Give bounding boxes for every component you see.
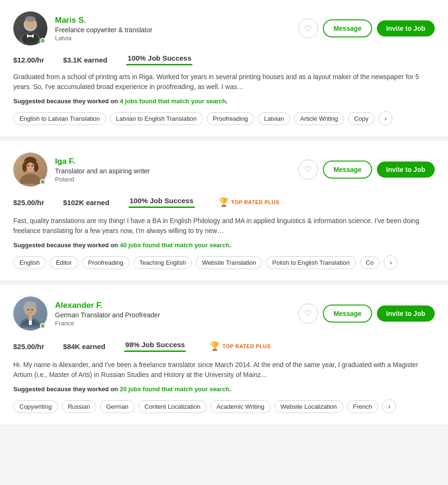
invite-button[interactable]: Invite to Job <box>377 20 435 36</box>
job-success-bar <box>126 64 192 65</box>
suggested-text: Suggested because they worked on 40 jobs… <box>13 242 435 249</box>
svg-rect-19 <box>28 316 32 320</box>
rate-value: $25.00/hr <box>13 342 44 350</box>
top-rated-label: TOP RATED PLUS <box>222 343 271 349</box>
skills-row: English to Latvian Translation Latvian t… <box>13 111 435 126</box>
card-actions: ♡ Message Invite to Job <box>298 18 435 38</box>
earned-value: $3.1K earned <box>63 56 107 64</box>
suggested-jobs-link[interactable]: 20 jobs found that match your search <box>120 386 229 393</box>
skill-tag[interactable]: French <box>347 400 378 413</box>
top-rated-badge: 🏆 TOP RATED PLUS <box>214 195 284 209</box>
skills-more-arrow[interactable]: › <box>378 111 393 126</box>
message-button[interactable]: Message <box>323 305 372 323</box>
favorite-button[interactable]: ♡ <box>298 160 318 180</box>
profile-title: Translator and an aspiring writer <box>55 167 298 175</box>
profile-name[interactable]: Iga F. <box>55 157 298 166</box>
profile-name[interactable]: Maris S. <box>55 16 298 25</box>
freelancer-card-alexander: Alexander F. German Translator and Proof… <box>0 285 448 425</box>
svg-point-14 <box>27 165 29 167</box>
job-success-value: 100% Job Success <box>128 54 191 62</box>
invite-button[interactable]: Invite to Job <box>377 162 435 178</box>
skill-tag[interactable]: Website Localization <box>274 400 343 413</box>
svg-point-11 <box>22 162 27 172</box>
freelancer-card-iga: Iga F. Translator and an aspiring writer… <box>0 141 448 281</box>
svg-point-22 <box>23 305 27 311</box>
suggested-jobs-link[interactable]: 4 jobs found that match your search <box>120 98 226 105</box>
profile-info: Alexander F. German Translator and Proof… <box>55 301 298 327</box>
earned-value: $84K earned <box>63 342 105 350</box>
profile-title: Freelance copywriter & translator <box>55 26 298 34</box>
skill-tag[interactable]: Academic Writing <box>210 400 271 413</box>
job-success-value: 100% Job Success <box>129 197 193 205</box>
earned-stat: $3.1K earned <box>63 56 107 64</box>
skill-tag[interactable]: Russian <box>62 400 96 413</box>
skills-row: English Editor Proofreading Teaching Eng… <box>13 255 435 269</box>
skill-tag[interactable]: Co <box>360 256 380 269</box>
avatar-wrapper <box>13 296 47 331</box>
svg-point-24 <box>31 309 33 311</box>
message-button[interactable]: Message <box>323 161 372 179</box>
skill-tag[interactable]: Latvian to English Translation <box>110 112 203 125</box>
stats-row: $12.00/hr $3.1K earned 100% Job Success <box>13 54 435 65</box>
profile-location: Poland <box>55 176 298 183</box>
skill-tag[interactable]: Proofreading <box>82 256 129 269</box>
card-actions: ♡ Message Invite to Job <box>298 160 435 180</box>
skills-more-arrow[interactable]: › <box>384 255 398 269</box>
profile-location: France <box>55 320 298 327</box>
suggested-text: Suggested because they worked on 20 jobs… <box>13 386 435 393</box>
online-indicator <box>40 179 46 185</box>
card-header: Alexander F. German Translator and Proof… <box>13 296 435 331</box>
skill-tag[interactable]: Copy <box>348 112 375 125</box>
skill-tag[interactable]: Latvian <box>258 112 290 125</box>
skill-tag[interactable]: English <box>13 256 46 269</box>
rate-stat: $25.00/hr <box>13 198 44 207</box>
stats-row: $25.00/hr $102K earned 100% Job Success … <box>13 195 435 209</box>
skill-tag[interactable]: Polish to English Translation <box>266 256 356 269</box>
skills-more-arrow[interactable]: › <box>382 399 396 413</box>
invite-button[interactable]: Invite to Job <box>377 305 435 322</box>
skill-tag[interactable]: Website Translation <box>196 256 262 269</box>
skill-tag[interactable]: Editor <box>50 256 78 269</box>
job-success-stat: 98% Job Success <box>124 341 186 352</box>
profile-info: Iga F. Translator and an aspiring writer… <box>55 157 298 183</box>
bio-text: Hi. My name is Alexander, and I've been … <box>13 360 435 380</box>
skill-tag[interactable]: Content Localization <box>138 400 207 413</box>
svg-point-6 <box>29 35 31 37</box>
message-button[interactable]: Message <box>323 19 372 37</box>
rate-value: $12.00/hr <box>13 56 44 64</box>
profile-title: German Translator and Proofreader <box>55 311 298 319</box>
suggested-jobs-link[interactable]: 40 jobs found that match your search <box>120 242 229 249</box>
skills-row: Copywriting Russian German Content Local… <box>13 399 435 413</box>
job-success-value: 98% Job Success <box>125 341 185 349</box>
skill-tag[interactable]: Article Writing <box>294 112 344 125</box>
top-rated-icon: 🏆 <box>210 341 220 351</box>
online-indicator <box>40 323 46 329</box>
favorite-button[interactable]: ♡ <box>298 18 318 38</box>
rate-stat: $12.00/hr <box>13 56 44 64</box>
skill-tag[interactable]: Copywriting <box>13 400 58 413</box>
bio-text: Graduated from a school of printing arts… <box>13 72 435 92</box>
svg-point-13 <box>27 162 34 171</box>
earned-value: $102K earned <box>63 198 110 207</box>
freelancer-card-maris: Maris S. Freelance copywriter & translat… <box>0 0 448 137</box>
skill-tag[interactable]: Teaching English <box>133 256 192 269</box>
profile-name[interactable]: Alexander F. <box>55 301 298 310</box>
profile-location: Latvia <box>55 35 298 42</box>
bio-text: Fast, quality translations are my thing!… <box>13 216 435 236</box>
skill-tag[interactable]: Proofreading <box>207 112 254 125</box>
top-rated-badge: 🏆 TOP RATED PLUS <box>205 339 275 353</box>
card-header: Maris S. Freelance copywriter & translat… <box>13 11 435 45</box>
svg-point-12 <box>34 162 38 172</box>
skill-tag[interactable]: English to Latvian Translation <box>13 112 106 125</box>
avatar-wrapper <box>13 11 47 45</box>
card-actions: ♡ Message Invite to Job <box>298 304 435 323</box>
earned-stat: $84K earned <box>63 342 105 350</box>
suggested-text: Suggested because they worked on 4 jobs … <box>13 98 435 105</box>
rate-value: $25.00/hr <box>13 198 44 207</box>
svg-point-15 <box>31 165 33 167</box>
favorite-button[interactable]: ♡ <box>298 304 318 323</box>
skill-tag[interactable]: German <box>100 400 135 413</box>
avatar-wrapper <box>13 153 47 187</box>
stats-row: $25.00/hr $84K earned 98% Job Success 🏆 … <box>13 339 435 353</box>
top-rated-label: TOP RATED PLUS <box>231 199 280 205</box>
